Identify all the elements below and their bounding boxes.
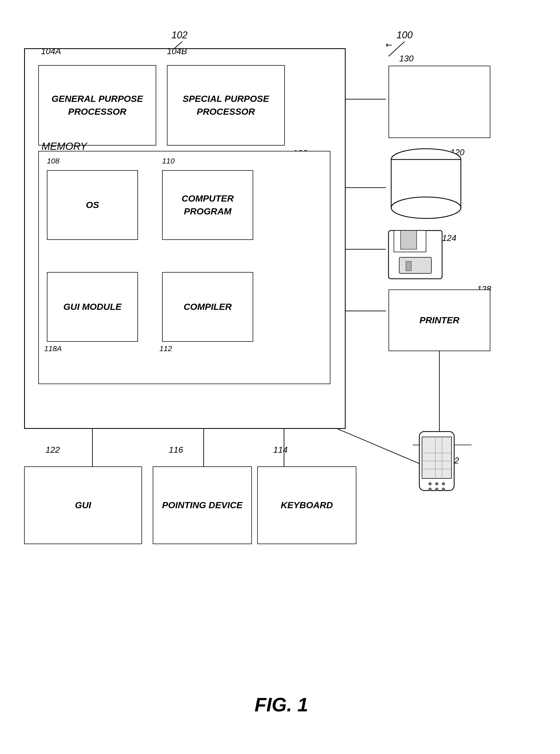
compiler-box: COMPILER [162, 272, 253, 342]
ref-114: 114 [273, 445, 287, 455]
pointing-device-box: POINTING DEVICE [153, 467, 252, 544]
mobile-phone [415, 429, 458, 493]
ref-108: 108 [47, 157, 59, 165]
ref-104b: 104B [167, 46, 187, 56]
ref-116: 116 [169, 445, 183, 455]
ref-110: 110 [162, 157, 175, 165]
ref-100: 100 [397, 29, 413, 41]
memory-box: MEMORY 108 OS 110 COMPUTER PROGRAM GUI M… [38, 151, 331, 384]
svg-rect-22 [406, 261, 411, 271]
computer-program-box: COMPUTER PROGRAM [162, 170, 253, 240]
ref-112: 112 [159, 344, 172, 353]
svg-rect-24 [422, 437, 452, 478]
svg-point-25 [428, 482, 432, 485]
svg-rect-21 [399, 257, 432, 273]
printer-label: PRINTER [419, 314, 459, 327]
svg-rect-20 [401, 231, 417, 249]
ref-104a: 104A [41, 46, 61, 56]
ref-122: 122 [45, 445, 60, 455]
box-130 [388, 66, 490, 138]
os-label: OS [86, 199, 99, 212]
floppy-disk [386, 228, 445, 281]
main-system-box: 104A GENERAL PURPOSE PROCESSOR 104B SPEC… [24, 48, 346, 429]
ref-118a: 118A [44, 344, 62, 353]
pointing-device-label: POINTING DEVICE [162, 499, 242, 512]
diagram: 100 ↙ 102 104A GENERAL PURPOSE PROCESSOR… [16, 16, 546, 727]
special-purpose-processor-box: SPECIAL PURPOSE PROCESSOR [167, 65, 285, 145]
gui-label: GUI [75, 499, 91, 512]
special-purpose-processor-label: SPECIAL PURPOSE PROCESSOR [167, 93, 284, 118]
svg-point-29 [435, 488, 438, 491]
printer-box: PRINTER [388, 290, 490, 351]
svg-point-26 [435, 482, 438, 485]
gui-module-label: GUI MODULE [63, 300, 121, 313]
svg-point-17 [391, 197, 461, 218]
svg-line-12 [338, 429, 426, 467]
figure-label: FIG. 1 [255, 694, 308, 716]
gui-module-box: GUI MODULE [47, 272, 138, 342]
storage-cylinder [386, 147, 466, 222]
arrow-100: ↙ [383, 39, 395, 51]
svg-point-28 [428, 488, 432, 491]
computer-program-label: COMPUTER PROGRAM [163, 192, 253, 218]
ref-130: 130 [399, 54, 414, 63]
svg-point-27 [442, 482, 445, 485]
ref-102: 102 [172, 29, 187, 41]
os-box: OS [47, 170, 138, 240]
general-purpose-processor-label: GENERAL PURPOSE PROCESSOR [39, 93, 156, 118]
gui-box: GUI [24, 467, 142, 544]
memory-label: MEMORY [42, 141, 87, 152]
keyboard-label: KEYBOARD [281, 499, 333, 512]
compiler-label: COMPILER [183, 300, 232, 313]
general-purpose-processor-box: GENERAL PURPOSE PROCESSOR [38, 65, 156, 145]
svg-point-30 [442, 488, 445, 491]
keyboard-box: KEYBOARD [257, 467, 356, 544]
